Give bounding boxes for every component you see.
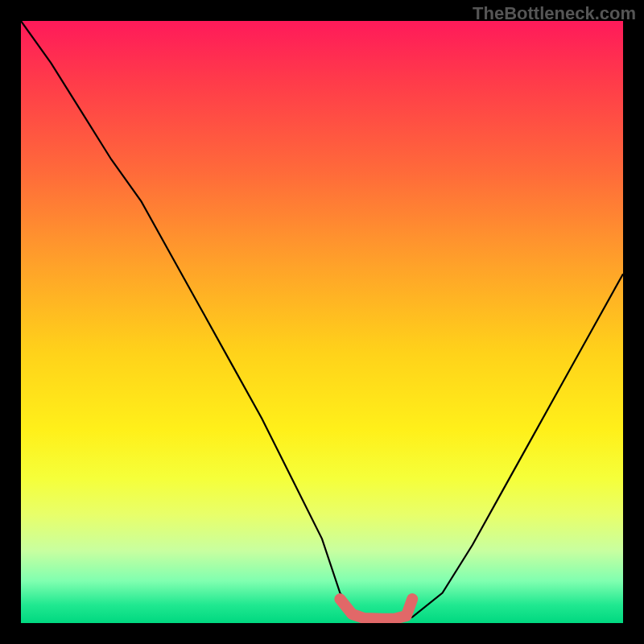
chart-plot-area bbox=[21, 21, 623, 623]
watermark-text: TheBottleneck.com bbox=[473, 3, 636, 24]
optimal-zone-marker-line bbox=[340, 599, 412, 619]
chart-svg bbox=[21, 21, 623, 623]
bottleneck-curve-line bbox=[21, 21, 623, 623]
